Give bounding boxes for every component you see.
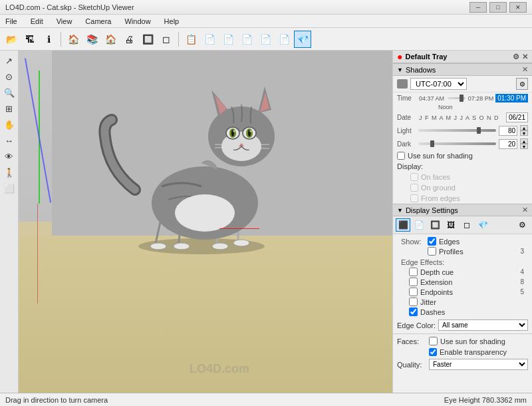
menu-edit[interactable]: Edit	[28, 17, 46, 25]
show-label: Show:	[401, 238, 425, 246]
shadows-label: Shadows	[406, 66, 436, 74]
tb-models[interactable]: 🏗	[21, 31, 39, 48]
use-sun-faces-checkbox[interactable]	[429, 337, 438, 345]
ds-btn-xray[interactable]: 💎	[475, 218, 490, 232]
depth-cue-label: Depth cue	[420, 268, 511, 276]
tb-iso[interactable]: 🏠	[65, 31, 82, 48]
show-edges-row: Show: Edges	[397, 236, 528, 246]
on-ground-row: On ground	[393, 182, 532, 193]
tb-open[interactable]: 📂	[3, 31, 20, 48]
menu-window[interactable]: Window	[122, 17, 153, 25]
light-slider-track[interactable]	[418, 129, 496, 132]
tool-zoom-in[interactable]: 🔍	[2, 85, 17, 100]
tb-info[interactable]: ℹ	[40, 31, 57, 48]
enable-transparency-row: Enable transparency	[393, 347, 532, 357]
shadows-close[interactable]: ✕	[522, 65, 528, 74]
light-down[interactable]: ▼	[520, 130, 528, 136]
ds-settings[interactable]: ⚙	[515, 218, 529, 232]
axis-red	[37, 204, 38, 304]
tb-style7[interactable]: 💎	[294, 31, 311, 48]
left-toolbar: ↗ ⊙ 🔍 ⊞ ✋ ↔ 👁 🚶 ⬜	[0, 51, 19, 393]
ds-btn-surfaces[interactable]: 📄	[412, 218, 426, 232]
tb-style1[interactable]: 📋	[182, 31, 200, 48]
tool-zoom-window[interactable]: ⊞	[2, 101, 17, 116]
dark-slider-row: Dark 20 ▲ ▼	[393, 137, 532, 150]
menu-camera[interactable]: Camera	[82, 17, 114, 25]
dark-slider-thumb[interactable]	[430, 140, 434, 147]
menu-view[interactable]: View	[54, 17, 75, 25]
utc-settings-btn[interactable]: ⚙	[516, 78, 528, 90]
tb-front[interactable]: 🏠	[102, 31, 119, 48]
tb-top[interactable]: 📚	[83, 31, 100, 48]
light-value[interactable]: 80	[499, 126, 517, 136]
dark-down[interactable]: ▼	[520, 144, 528, 149]
tool-walk[interactable]: 🚶	[2, 165, 17, 180]
from-edges-checkbox[interactable]	[410, 194, 418, 202]
light-slider-thumb[interactable]	[477, 127, 481, 134]
minimize-button[interactable]: ─	[469, 2, 487, 13]
endpoints-num: 5	[513, 288, 524, 296]
tb-style3[interactable]: 📄	[219, 31, 237, 48]
close-button[interactable]: ✕	[509, 2, 527, 13]
display-settings-section-header[interactable]: ▼ Display Settings ✕	[393, 204, 532, 216]
enable-transparency-checkbox[interactable]	[429, 348, 437, 356]
dashes-checkbox[interactable]	[409, 307, 418, 316]
profiles-checkbox[interactable]	[428, 247, 436, 256]
ds-btn-monochrome[interactable]: ◻	[460, 218, 474, 232]
dark-value[interactable]: 20	[499, 139, 517, 149]
use-sun-checkbox[interactable]	[397, 152, 405, 160]
tb-style6[interactable]: 📄	[275, 31, 293, 48]
toolbar-sep-2	[178, 32, 179, 47]
time-row: Time 04:37 AM 07:28 PM 01:30 PM	[393, 93, 532, 104]
titlebar: LO4D.com - Cat.skp - SketchUp Viewer ─ □…	[0, 0, 532, 15]
on-faces-checkbox[interactable]	[410, 173, 418, 181]
dark-spinner: ▲ ▼	[520, 138, 528, 149]
tb-prev[interactable]: 🔲	[139, 31, 156, 48]
jitter-checkbox[interactable]	[409, 298, 418, 306]
tool-orbit[interactable]: ⊙	[2, 69, 17, 84]
ds-btn-shaded[interactable]: 🔲	[428, 218, 442, 232]
edge-effects-header-row: Edge Effects:	[397, 258, 528, 267]
maximize-button[interactable]: □	[489, 2, 507, 13]
tb-style2[interactable]: 📄	[201, 31, 218, 48]
tool-pan[interactable]: ✋	[2, 117, 17, 132]
on-ground-checkbox[interactable]	[410, 184, 418, 192]
edge-color-select[interactable]: All same By material By axis	[438, 319, 528, 331]
tool-zoom-extent[interactable]: ↔	[2, 133, 17, 148]
ds-toolbar: ⬛ 📄 🔲 🖼 ◻ 💎 ⚙	[393, 216, 532, 234]
tb-style4[interactable]: 📄	[238, 31, 255, 48]
panel-dot: ●	[397, 52, 402, 61]
extension-checkbox[interactable]	[409, 278, 418, 286]
time-slider-thumb[interactable]	[460, 95, 464, 102]
on-ground-label: On ground	[421, 184, 456, 192]
depth-cue-checkbox[interactable]	[409, 268, 418, 276]
display-settings-arrow: ▼	[397, 207, 403, 214]
display-settings-close[interactable]: ✕	[522, 206, 528, 214]
panel-close-icon[interactable]: ✕	[522, 53, 528, 61]
noon-row: Noon	[393, 104, 532, 111]
tb-style5[interactable]: 📄	[257, 31, 274, 48]
utc-select[interactable]: UTC-07:00 UTC-08:00 UTC+00:00	[410, 78, 467, 90]
tb-print[interactable]: 🖨	[120, 31, 138, 48]
ds-btn-edges[interactable]: ⬛	[396, 218, 410, 232]
tool-look-around[interactable]: 👁	[2, 149, 17, 164]
shadows-section-header[interactable]: ▼ Shadows ✕	[393, 63, 532, 76]
light-up[interactable]: ▲	[520, 125, 528, 130]
extension-num: 8	[513, 278, 524, 286]
ds-btn-textures[interactable]: 🖼	[444, 218, 458, 232]
quality-select[interactable]: Faster Nicer	[429, 359, 528, 370]
edges-checkbox[interactable]	[428, 237, 436, 246]
tool-select[interactable]: ↗	[2, 53, 17, 68]
menu-help[interactable]: Help	[162, 17, 182, 25]
tool-section[interactable]: ⬜	[2, 181, 17, 196]
panel-settings-icon[interactable]: ⚙	[513, 53, 519, 61]
display-label: Display:	[393, 161, 532, 172]
divider-1	[393, 333, 532, 334]
dark-slider-track[interactable]	[418, 142, 496, 145]
enable-transparency-label: Enable transparency	[440, 348, 507, 356]
menu-file[interactable]: File	[3, 17, 20, 25]
dark-up[interactable]: ▲	[520, 138, 528, 144]
tb-next[interactable]: ◻	[158, 31, 175, 48]
viewport[interactable]: LO4D.com	[19, 51, 392, 393]
endpoints-checkbox[interactable]	[409, 288, 418, 296]
